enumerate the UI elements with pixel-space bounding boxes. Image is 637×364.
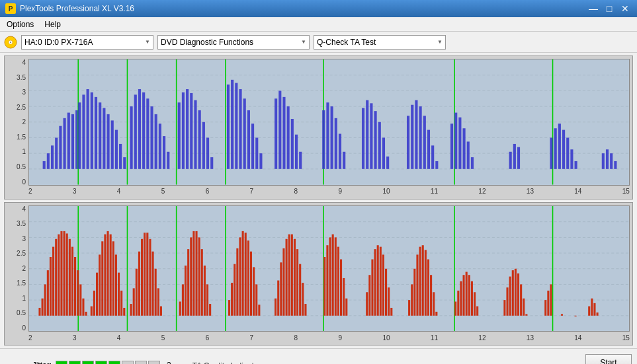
menu-options[interactable]: Options — [3, 18, 38, 30]
svg-rect-75 — [339, 134, 341, 169]
minimize-button[interactable]: — — [587, 3, 600, 14]
svg-rect-50 — [202, 122, 205, 169]
svg-rect-76 — [343, 152, 345, 169]
svg-point-2 — [10, 42, 11, 43]
svg-rect-172 — [192, 231, 194, 315]
svg-rect-95 — [458, 118, 461, 169]
svg-rect-237 — [457, 290, 459, 315]
menu-bar: Options Help — [0, 17, 637, 32]
svg-rect-62 — [259, 153, 262, 169]
svg-rect-238 — [460, 281, 462, 315]
svg-rect-195 — [282, 248, 284, 315]
svg-rect-206 — [326, 245, 328, 316]
svg-rect-33 — [130, 106, 133, 169]
svg-rect-83 — [386, 157, 389, 169]
svg-rect-40 — [159, 124, 161, 169]
svg-rect-202 — [299, 264, 301, 315]
svg-rect-23 — [91, 92, 93, 169]
svg-rect-248 — [512, 270, 514, 316]
svg-rect-15 — [64, 118, 66, 169]
svg-rect-42 — [167, 152, 169, 169]
svg-rect-208 — [332, 234, 334, 315]
svg-rect-147 — [110, 234, 112, 315]
functions-dropdown-value: DVD Diagnostic Functions — [161, 38, 253, 47]
svg-rect-187 — [247, 240, 249, 316]
toolbar: HA:0 ID:0 PX-716A ▼ DVD Diagnostic Funct… — [0, 32, 637, 53]
menu-help[interactable]: Help — [40, 18, 65, 30]
svg-rect-213 — [345, 298, 347, 315]
svg-rect-111 — [606, 149, 609, 169]
svg-rect-160 — [146, 233, 148, 316]
svg-rect-242 — [471, 281, 473, 315]
maximize-button[interactable]: □ — [603, 3, 616, 14]
svg-rect-205 — [323, 256, 325, 315]
svg-rect-164 — [157, 288, 159, 315]
svg-rect-180 — [228, 300, 230, 316]
svg-rect-251 — [520, 284, 522, 315]
jitter-value: 3 — [167, 361, 171, 365]
svg-rect-66 — [287, 106, 290, 169]
svg-rect-52 — [210, 157, 213, 169]
svg-rect-110 — [602, 153, 605, 169]
svg-rect-220 — [382, 254, 384, 315]
start-button[interactable]: Start — [585, 354, 632, 365]
svg-rect-80 — [374, 111, 377, 169]
jitter-label: Jitter: — [5, 361, 52, 365]
functions-dropdown[interactable]: DVD Diagnostic Functions ▼ — [157, 35, 310, 50]
svg-rect-71 — [322, 110, 325, 169]
top-chart: 4 3.5 3 2.5 2 1.5 1 0.5 0 — [4, 55, 633, 200]
svg-rect-252 — [523, 298, 525, 315]
svg-rect-38 — [150, 106, 153, 169]
svg-rect-250 — [517, 273, 519, 315]
bottom-chart: 4 3.5 3 2.5 2 1.5 1 0.5 0 — [4, 202, 633, 346]
svg-rect-107 — [566, 137, 569, 168]
svg-rect-128 — [58, 234, 60, 315]
svg-rect-12 — [51, 145, 54, 169]
svg-rect-63 — [275, 98, 277, 169]
svg-rect-67 — [291, 119, 294, 169]
svg-rect-98 — [471, 157, 474, 169]
svg-rect-122 — [42, 298, 44, 315]
svg-rect-27 — [106, 114, 109, 169]
svg-rect-61 — [255, 137, 258, 168]
svg-rect-191 — [258, 305, 260, 316]
svg-rect-192 — [275, 298, 276, 315]
svg-rect-101 — [517, 147, 520, 169]
svg-rect-150 — [115, 254, 117, 315]
svg-rect-125 — [50, 256, 52, 315]
svg-rect-228 — [419, 246, 421, 315]
svg-rect-144 — [101, 241, 103, 316]
top-chart-x-axis: 2 3 4 5 6 7 8 9 10 11 12 13 14 15 — [28, 186, 630, 198]
svg-rect-175 — [201, 249, 203, 316]
svg-rect-131 — [64, 231, 65, 315]
svg-rect-171 — [190, 237, 192, 315]
svg-rect-79 — [370, 103, 372, 168]
svg-rect-255 — [547, 290, 549, 315]
meter-section: Jitter: 3 Peak Shift: — [5, 361, 171, 365]
svg-rect-229 — [422, 245, 424, 316]
svg-rect-239 — [463, 275, 465, 316]
svg-rect-185 — [242, 231, 244, 315]
svg-rect-45 — [182, 92, 185, 169]
svg-rect-34 — [134, 94, 137, 169]
svg-rect-233 — [433, 292, 435, 316]
svg-rect-152 — [120, 290, 122, 315]
main-content: 4 3.5 3 2.5 2 1.5 1 0.5 0 — [0, 53, 637, 348]
svg-rect-134 — [71, 246, 73, 315]
svg-rect-46 — [186, 89, 189, 169]
svg-rect-232 — [430, 275, 432, 316]
bottom-chart-area — [28, 205, 630, 332]
svg-rect-90 — [431, 145, 434, 169]
drive-dropdown[interactable]: HA:0 ID:0 PX-716A ▼ — [21, 35, 153, 50]
svg-rect-167 — [179, 301, 181, 315]
svg-rect-26 — [103, 108, 105, 168]
svg-rect-24 — [95, 97, 97, 169]
svg-rect-215 — [368, 275, 370, 316]
close-button[interactable]: ✕ — [618, 3, 632, 14]
svg-rect-72 — [326, 102, 329, 169]
test-dropdown[interactable]: Q-Check TA Test ▼ — [314, 35, 446, 50]
svg-rect-157 — [138, 251, 140, 315]
svg-rect-31 — [123, 157, 126, 169]
svg-rect-88 — [423, 116, 426, 169]
svg-rect-193 — [277, 280, 279, 315]
